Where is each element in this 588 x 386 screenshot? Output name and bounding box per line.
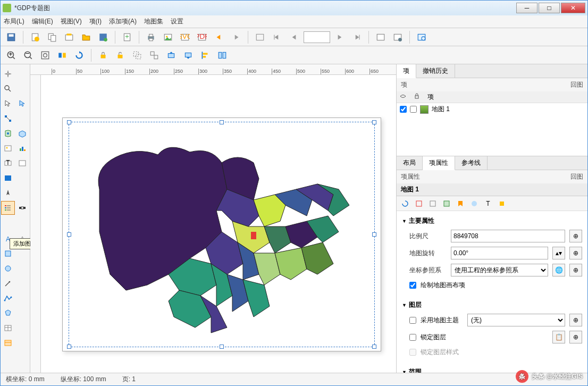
theme-override-button[interactable]: ⊕ — [569, 314, 582, 326]
add-3dmap-tool[interactable] — [16, 127, 30, 140]
close-button[interactable]: ✕ — [561, 3, 585, 13]
add-legend-tool[interactable] — [1, 201, 15, 215]
panel-collapse-icon[interactable]: 回图 — [570, 80, 583, 89]
zoom-out-button[interactable]: − — [21, 48, 36, 63]
lock-layers-checkbox[interactable] — [409, 334, 416, 341]
align-button[interactable] — [215, 48, 230, 63]
save-button[interactable] — [4, 30, 19, 45]
menu-edit[interactable]: 编辑(E) — [32, 17, 53, 26]
ungroup-button[interactable] — [147, 48, 162, 63]
zoom-100-button[interactable] — [55, 48, 70, 63]
map-refresh-button[interactable] — [400, 198, 410, 209]
layer-visible-checkbox[interactable] — [400, 106, 407, 113]
nav-prev-button[interactable] — [270, 30, 284, 45]
tab-item-props[interactable]: 项属性 — [423, 156, 455, 170]
tab-items[interactable]: 项 — [397, 64, 416, 78]
redo-button[interactable] — [229, 30, 243, 45]
crs-picker-button[interactable]: 🌐 — [552, 264, 565, 276]
section-main-props[interactable]: 主要属性 — [402, 214, 582, 228]
add-scalebar-tool[interactable] — [16, 201, 30, 215]
zoom-full-button[interactable] — [38, 48, 53, 63]
add-attr-table-tool[interactable] — [1, 336, 15, 350]
layer-lock-checkbox[interactable] — [410, 106, 417, 113]
align-left-button[interactable] — [198, 48, 213, 63]
tab-undo-history[interactable]: 撤销历史 — [416, 64, 455, 78]
lock-layers-button[interactable]: 📋 — [552, 331, 565, 343]
add-image-tool[interactable] — [1, 171, 15, 185]
scale-input[interactable] — [451, 230, 565, 242]
zoom-tool[interactable] — [1, 82, 15, 96]
pan-tool[interactable] — [1, 67, 15, 81]
map-set-scale-button[interactable] — [441, 198, 452, 209]
map-view-extent-button[interactable] — [427, 198, 438, 209]
canvas[interactable] — [41, 75, 396, 373]
map-extent-button[interactable] — [414, 198, 424, 209]
tab-guides[interactable]: 参考线 — [455, 156, 488, 170]
menu-add[interactable]: 添加项(A) — [109, 17, 137, 26]
add-page-button[interactable]: + — [120, 30, 135, 45]
draw-canvas-items-checkbox[interactable] — [409, 282, 416, 289]
undo-button[interactable] — [212, 30, 226, 45]
theme-select[interactable]: (无) — [467, 314, 565, 326]
preview-button[interactable] — [414, 30, 429, 45]
rotation-input[interactable] — [451, 247, 548, 259]
nav-first-button[interactable] — [253, 30, 267, 45]
scale-override-button[interactable]: ⊕ — [569, 230, 582, 242]
manage-button[interactable] — [62, 30, 77, 45]
lock-layers-override-button[interactable]: ⊕ — [569, 331, 582, 343]
new-layout-button[interactable] — [28, 30, 43, 45]
page-input[interactable] — [304, 31, 330, 43]
map-clip-button[interactable] — [497, 198, 507, 209]
open-button[interactable] — [79, 30, 94, 45]
nav-last-button[interactable] — [349, 30, 364, 45]
add-north-arrow-tool[interactable] — [1, 186, 15, 200]
tab-layout-props[interactable]: 布局 — [397, 156, 423, 170]
panel-collapse-icon-2[interactable]: 回图 — [570, 172, 583, 181]
minimize-button[interactable]: ─ — [516, 3, 537, 13]
atlas-button[interactable] — [373, 30, 388, 45]
print-button[interactable] — [144, 30, 158, 45]
map-interactive-button[interactable] — [469, 198, 480, 209]
move-content-tool[interactable] — [16, 97, 30, 111]
add-polyline-tool[interactable] — [1, 291, 15, 305]
add-html-tool[interactable] — [16, 156, 30, 170]
crs-override-button[interactable]: ⊕ — [569, 264, 582, 276]
lower-button[interactable] — [181, 48, 196, 63]
export-image-button[interactable] — [161, 30, 175, 45]
add-arrow-tool[interactable] — [1, 276, 15, 290]
dup-layout-button[interactable] — [45, 30, 60, 45]
maximize-button[interactable]: □ — [539, 3, 560, 13]
rotation-override-button[interactable]: ⊕ — [569, 247, 582, 259]
follow-theme-checkbox[interactable] — [409, 317, 416, 324]
crs-select[interactable]: 使用工程的坐标参照系 — [451, 264, 548, 276]
refresh-button[interactable] — [72, 48, 87, 63]
map-labels-button[interactable]: T — [483, 198, 493, 209]
rotation-spinner[interactable]: ▴▾ — [552, 247, 565, 259]
lock-button[interactable] — [96, 48, 111, 63]
nav-fwd-button[interactable] — [332, 30, 347, 45]
add-chart-tool[interactable] — [16, 141, 30, 155]
menu-atlas[interactable]: 地图集 — [144, 17, 163, 26]
raise-button[interactable] — [164, 48, 179, 63]
add-picture-tool[interactable] — [1, 141, 15, 155]
export-pdf-button[interactable]: PDF — [195, 30, 209, 45]
layer-row[interactable]: 地图 1 — [397, 103, 587, 115]
add-table-tool[interactable] — [1, 321, 15, 335]
zoom-in-button[interactable]: + — [4, 48, 19, 63]
nav-back-button[interactable] — [287, 30, 301, 45]
unlock-button[interactable] — [113, 48, 128, 63]
menu-layout[interactable]: 布局(L) — [4, 17, 24, 26]
save-template-button[interactable] — [96, 30, 111, 45]
atlas-settings-button[interactable] — [390, 30, 405, 45]
add-map-tool[interactable] — [1, 127, 15, 140]
map-bookmark-button[interactable] — [455, 198, 466, 209]
menu-settings[interactable]: 设置 — [171, 17, 183, 26]
export-svg-button[interactable]: SVG — [178, 30, 192, 45]
menu-view[interactable]: 视图(V) — [61, 17, 82, 26]
add-label-tool[interactable]: T — [1, 156, 15, 170]
add-marker-tool[interactable] — [1, 262, 15, 275]
section-layers[interactable]: 图层 — [402, 298, 582, 312]
add-polygon-tool[interactable] — [1, 306, 15, 320]
select-tool[interactable] — [1, 97, 15, 111]
group-button[interactable] — [130, 48, 145, 63]
